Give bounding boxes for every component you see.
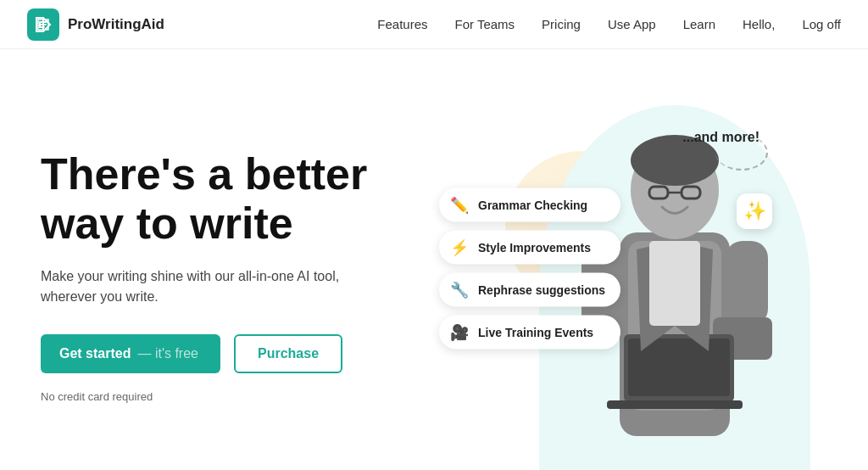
btn-primary-label: Get started	[59, 346, 131, 361]
chip-rephrase-label: Rephrase suggestions	[478, 283, 605, 297]
chip-style: ⚡ Style Improvements	[439, 231, 620, 265]
nav-learn[interactable]: Learn	[683, 17, 715, 31]
chip-training: 🎥 Live Training Events	[439, 316, 620, 350]
hero-subtitle: Make your writing shine with our all-in-…	[41, 266, 346, 307]
hero-title-line1: There's a better	[41, 149, 367, 199]
rephrase-icon: 🔧	[449, 281, 470, 299]
nav-logoff[interactable]: Log off	[802, 17, 841, 31]
style-icon: ⚡	[449, 238, 470, 257]
hero-section: There's a better way to write Make your …	[0, 49, 868, 470]
hero-right: ✏️ Grammar Checking ⚡ Style Improvements…	[448, 83, 827, 470]
feature-chips: ✏️ Grammar Checking ⚡ Style Improvements…	[439, 188, 620, 350]
chip-grammar: ✏️ Grammar Checking	[439, 188, 620, 222]
chip-grammar-label: Grammar Checking	[478, 199, 587, 212]
nav-hello[interactable]: Hello,	[743, 17, 775, 31]
hero-title-line2: way to write	[41, 199, 293, 248]
logo[interactable]: ProWritingAid	[27, 8, 164, 41]
chip-style-label: Style Improvements	[478, 241, 591, 255]
grammar-icon: ✏️	[449, 196, 470, 215]
nav-features[interactable]: Features	[377, 17, 427, 31]
get-started-button[interactable]: Get started — it's free	[41, 334, 220, 373]
and-more-label: ...and more!	[682, 130, 760, 145]
hero-buttons: Get started — it's free Purchase	[41, 334, 448, 373]
no-credit-label: No credit card required	[41, 390, 448, 403]
nav-pricing[interactable]: Pricing	[542, 17, 581, 31]
hero-title: There's a better way to write	[41, 150, 448, 247]
chip-rephrase: 🔧 Rephrase suggestions	[439, 273, 620, 307]
logo-icon	[27, 8, 59, 41]
hero-left: There's a better way to write Make your …	[41, 150, 448, 402]
nav-links: Features For Teams Pricing Use App Learn…	[377, 17, 775, 32]
nav-use-app[interactable]: Use App	[608, 17, 656, 31]
logo-text: ProWritingAid	[68, 16, 164, 33]
training-icon: 🎥	[449, 323, 470, 342]
logo-svg	[33, 14, 53, 35]
svg-rect-13	[607, 400, 743, 409]
sparkle-badge: ✨	[737, 193, 772, 229]
nav-for-teams[interactable]: For Teams	[455, 17, 515, 31]
btn-primary-suffix: — it's free	[137, 346, 198, 361]
svg-rect-4	[726, 241, 768, 326]
svg-rect-16	[649, 241, 700, 326]
chip-training-label: Live Training Events	[478, 326, 593, 339]
navbar: ProWritingAid Features For Teams Pricing…	[0, 0, 868, 49]
purchase-button[interactable]: Purchase	[234, 334, 342, 373]
